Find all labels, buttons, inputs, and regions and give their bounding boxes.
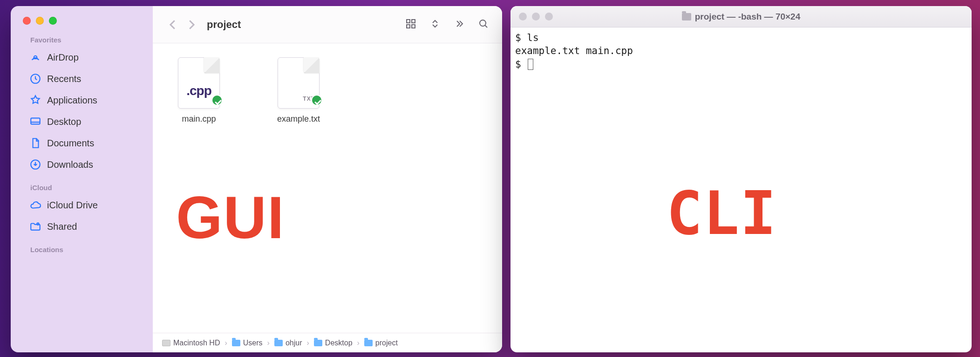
sidebar-item-label: Downloads xyxy=(47,159,93,170)
file-name: main.cpp xyxy=(182,114,216,124)
download-icon xyxy=(29,158,41,171)
sync-badge-icon xyxy=(211,95,223,106)
chevron-right-icon: › xyxy=(267,339,270,347)
finder-content[interactable]: .cpp main.cpp TXT example.txt GUI xyxy=(153,43,502,333)
sidebar-item-documents[interactable]: Documents xyxy=(11,132,153,154)
close-button[interactable] xyxy=(519,13,527,21)
minimize-button[interactable] xyxy=(36,17,44,25)
path-bar: Macintosh HD › Users › ohjur › Desktop ›… xyxy=(153,333,502,352)
path-item[interactable]: project xyxy=(364,339,398,347)
svg-point-4 xyxy=(37,223,39,225)
finder-main: project xyxy=(153,6,502,352)
window-controls xyxy=(510,13,553,21)
sidebar-item-recents[interactable]: Recents xyxy=(11,68,153,89)
folder-icon xyxy=(364,340,373,346)
finder-toolbar: project xyxy=(153,6,502,43)
sidebar-item-airdrop[interactable]: AirDrop xyxy=(11,47,153,68)
sidebar-item-downloads[interactable]: Downloads xyxy=(11,154,153,175)
path-item[interactable]: ohjur xyxy=(274,339,302,347)
minimize-button[interactable] xyxy=(532,13,540,21)
folder-icon xyxy=(314,340,322,346)
sidebar-item-icloud-drive[interactable]: iCloud Drive xyxy=(11,194,153,216)
svg-rect-2 xyxy=(31,118,40,124)
chevron-right-icon: › xyxy=(225,339,227,347)
folder-icon xyxy=(232,340,240,346)
terminal-title: project — -bash — 70×24 xyxy=(510,12,972,22)
path-label: Users xyxy=(243,339,263,347)
view-mode-button[interactable] xyxy=(405,18,416,31)
file-name: example.txt xyxy=(277,114,320,124)
sync-badge-icon xyxy=(311,95,322,106)
window-controls xyxy=(11,13,153,27)
path-label: ohjur xyxy=(286,339,302,347)
desktop-icon xyxy=(29,116,41,128)
sidebar-item-shared[interactable]: Shared xyxy=(11,216,153,237)
forward-button[interactable] xyxy=(184,18,198,32)
svg-rect-5 xyxy=(407,20,410,23)
sidebar-section-title: Favorites xyxy=(11,27,153,47)
path-item[interactable]: Users xyxy=(232,339,263,347)
terminal-titlebar: project — -bash — 70×24 xyxy=(510,6,972,27)
sidebar-item-label: Recents xyxy=(47,74,81,84)
svg-rect-7 xyxy=(407,25,410,28)
finder-window: Favorites AirDrop Recents Applications D… xyxy=(11,6,502,352)
terminal-window: project — -bash — 70×24 $ lsexample.txt … xyxy=(510,6,972,352)
apps-icon xyxy=(29,94,41,106)
terminal-prompt: $ xyxy=(515,58,967,71)
cursor-icon xyxy=(528,59,533,70)
path-label: project xyxy=(375,339,398,347)
sidebar-item-label: Shared xyxy=(47,221,77,232)
cpp-file-icon: .cpp xyxy=(178,57,220,109)
overlay-label: CLI xyxy=(667,184,777,243)
svg-rect-8 xyxy=(412,25,415,28)
document-icon xyxy=(29,137,41,149)
sidebar-item-desktop[interactable]: Desktop xyxy=(11,111,153,132)
svg-rect-6 xyxy=(412,20,415,23)
folder-icon xyxy=(274,340,283,346)
sidebar-item-label: AirDrop xyxy=(47,52,79,63)
chevron-right-icon: › xyxy=(307,339,309,347)
finder-sidebar: Favorites AirDrop Recents Applications D… xyxy=(11,6,153,352)
zoom-button[interactable] xyxy=(49,17,57,25)
path-item[interactable]: Macintosh HD xyxy=(162,339,220,347)
path-label: Macintosh HD xyxy=(173,339,220,347)
clock-icon xyxy=(29,73,41,85)
terminal-line: $ ls xyxy=(515,31,967,44)
sidebar-item-label: iCloud Drive xyxy=(47,200,98,211)
terminal-line: example.txt main.cpp xyxy=(515,44,967,57)
sidebar-item-label: Applications xyxy=(47,95,97,106)
airdrop-icon xyxy=(29,51,41,63)
path-item[interactable]: Desktop xyxy=(314,339,353,347)
shared-folder-icon xyxy=(29,220,41,233)
sidebar-item-label: Documents xyxy=(47,138,94,149)
harddrive-icon xyxy=(162,340,170,346)
back-button[interactable] xyxy=(166,18,180,32)
terminal-title-text: project — -bash — 70×24 xyxy=(695,12,801,22)
view-options-button[interactable] xyxy=(429,18,441,31)
txt-file-icon: TXT xyxy=(278,57,320,109)
sidebar-section-title: Locations xyxy=(11,237,153,256)
search-button[interactable] xyxy=(478,18,489,31)
overflow-button[interactable] xyxy=(454,18,465,31)
sidebar-section-title: iCloud xyxy=(11,175,153,194)
chevron-right-icon: › xyxy=(357,339,360,347)
sidebar-item-applications[interactable]: Applications xyxy=(11,89,153,111)
terminal-body[interactable]: $ lsexample.txt main.cpp$ CLI xyxy=(510,27,972,352)
cloud-icon xyxy=(29,199,41,211)
overlay-label: GUI xyxy=(176,188,285,247)
file-item[interactable]: .cpp main.cpp xyxy=(170,57,228,124)
toolbar-right xyxy=(405,18,489,31)
close-button[interactable] xyxy=(23,17,31,25)
folder-icon xyxy=(682,13,691,21)
zoom-button[interactable] xyxy=(545,13,553,21)
sidebar-item-label: Desktop xyxy=(47,117,81,127)
finder-title: project xyxy=(207,19,241,31)
path-label: Desktop xyxy=(325,339,353,347)
file-item[interactable]: TXT example.txt xyxy=(269,57,328,124)
